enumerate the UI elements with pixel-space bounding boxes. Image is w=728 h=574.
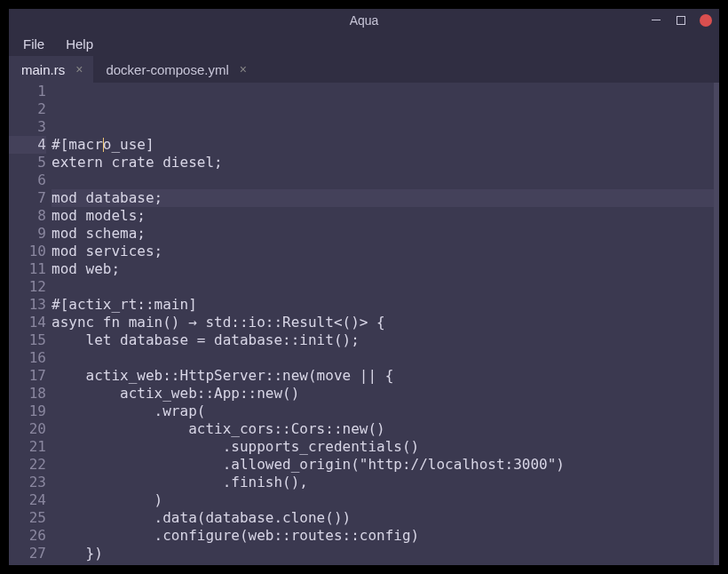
line-number: 11 bbox=[9, 260, 46, 278]
line-number: 27 bbox=[9, 545, 46, 562]
line-number: 7 bbox=[9, 189, 46, 207]
line-number: 26 bbox=[9, 527, 46, 545]
code-line[interactable]: .supports_credentials() bbox=[51, 438, 719, 456]
tab-label: main.rs bbox=[21, 62, 65, 77]
line-number: 3 bbox=[9, 118, 46, 136]
close-button[interactable] bbox=[700, 14, 712, 27]
vertical-scrollbar[interactable] bbox=[714, 83, 719, 565]
line-number: 5 bbox=[9, 154, 46, 171]
code-line[interactable] bbox=[51, 349, 719, 367]
code-line[interactable]: extern crate diesel; bbox=[51, 154, 719, 171]
code-line[interactable]: .finish(), bbox=[51, 474, 719, 491]
app-window: Aqua File Help main.rs × docker-compose.… bbox=[9, 9, 719, 565]
line-number: 9 bbox=[9, 225, 46, 243]
line-number: 20 bbox=[9, 420, 46, 438]
code-line[interactable]: mod schema; bbox=[51, 225, 719, 243]
code-line[interactable]: #[actix_rt::main] bbox=[51, 296, 719, 314]
code-line[interactable]: ) bbox=[51, 491, 719, 509]
line-number: 16 bbox=[9, 349, 46, 367]
code-line[interactable]: .bind("0.0.0.0:8000")? bbox=[51, 562, 719, 565]
scrollbar-thumb[interactable] bbox=[714, 83, 719, 565]
tab-docker-compose[interactable]: docker-compose.yml × bbox=[93, 56, 257, 83]
line-number: 6 bbox=[9, 171, 46, 189]
menu-help[interactable]: Help bbox=[57, 34, 102, 54]
line-number: 17 bbox=[9, 367, 46, 385]
code-line[interactable]: #[macro_use] bbox=[51, 136, 719, 154]
code-line[interactable]: .configure(web::routes::config) bbox=[51, 527, 719, 545]
code-line[interactable]: actix_web::HttpServer::new(move || { bbox=[51, 367, 719, 385]
code-line[interactable]: async fn main() → std::io::Result<()> { bbox=[51, 314, 719, 331]
code-line[interactable]: }) bbox=[51, 545, 719, 562]
menu-file[interactable]: File bbox=[14, 34, 53, 54]
code-line[interactable]: mod services; bbox=[51, 243, 719, 260]
window-title: Aqua bbox=[350, 13, 379, 28]
line-number: 10 bbox=[9, 243, 46, 260]
tab-close-icon[interactable]: × bbox=[74, 63, 84, 76]
tab-main-rs[interactable]: main.rs × bbox=[9, 56, 93, 83]
text-caret bbox=[103, 138, 104, 152]
window-controls bbox=[650, 9, 712, 31]
menubar: File Help bbox=[9, 31, 719, 56]
line-number: 14 bbox=[9, 314, 46, 331]
maximize-button[interactable] bbox=[677, 16, 685, 25]
code-line[interactable]: mod database; bbox=[51, 189, 719, 207]
line-number: 25 bbox=[9, 509, 46, 527]
code-line[interactable]: mod web; bbox=[51, 260, 719, 278]
code-line[interactable]: .wrap( bbox=[51, 403, 719, 420]
code-line[interactable]: .allowed_origin("http://localhost:3000") bbox=[51, 456, 719, 474]
line-number: 19 bbox=[9, 403, 46, 420]
titlebar: Aqua bbox=[9, 9, 719, 31]
line-number: 2 bbox=[9, 100, 46, 118]
line-number-gutter: 1234567891011121314151617181920212223242… bbox=[9, 83, 51, 565]
line-number: 15 bbox=[9, 331, 46, 349]
code-line[interactable]: .data(database.clone()) bbox=[51, 509, 719, 527]
code-line[interactable]: mod models; bbox=[51, 207, 719, 225]
code-area[interactable]: #[macro_use]extern crate diesel;mod data… bbox=[51, 83, 719, 565]
line-number: 1 bbox=[9, 83, 46, 100]
tabbar: main.rs × docker-compose.yml × bbox=[9, 56, 719, 83]
minimize-button[interactable] bbox=[650, 14, 662, 27]
line-number: 18 bbox=[9, 385, 46, 403]
line-number: 23 bbox=[9, 474, 46, 491]
line-number: 21 bbox=[9, 438, 46, 456]
line-number: 4 bbox=[9, 136, 46, 154]
code-line[interactable]: let database = database::init(); bbox=[51, 331, 719, 349]
line-number: 22 bbox=[9, 456, 46, 474]
code-line[interactable] bbox=[51, 171, 719, 189]
code-line[interactable]: actix_cors::Cors::new() bbox=[51, 420, 719, 438]
code-line[interactable]: actix_web::App::new() bbox=[51, 385, 719, 403]
tab-label: docker-compose.yml bbox=[106, 62, 228, 77]
line-number: 8 bbox=[9, 207, 46, 225]
tab-close-icon[interactable]: × bbox=[238, 63, 249, 76]
code-editor[interactable]: 1234567891011121314151617181920212223242… bbox=[9, 83, 719, 565]
line-number: 24 bbox=[9, 491, 46, 509]
line-number: 13 bbox=[9, 296, 46, 314]
code-line[interactable] bbox=[51, 278, 719, 296]
line-number: 12 bbox=[9, 278, 46, 296]
